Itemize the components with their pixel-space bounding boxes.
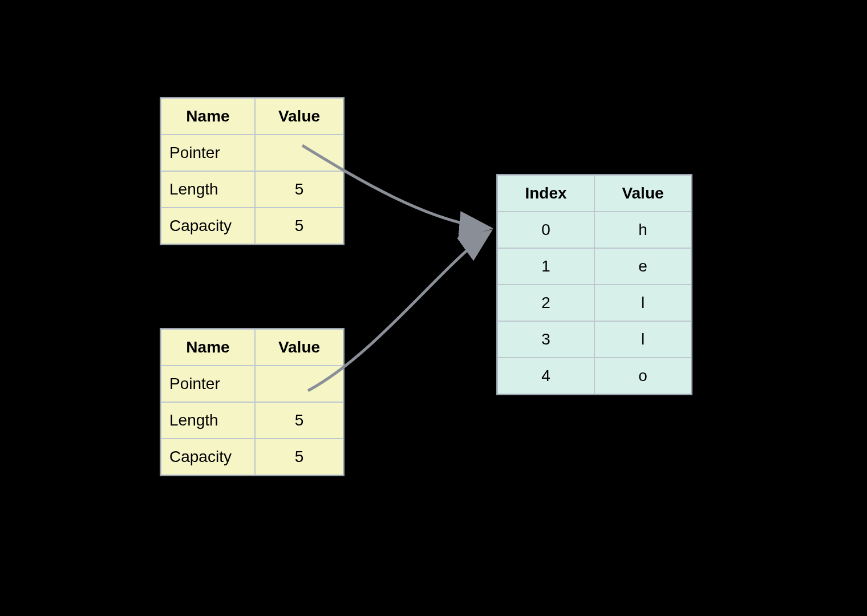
header-index: Index xyxy=(497,175,594,212)
row-index: 4 xyxy=(497,358,594,394)
row-value xyxy=(255,135,343,171)
table-row: 0 h xyxy=(497,212,691,248)
row-value: 5 xyxy=(255,439,343,475)
row-value xyxy=(255,366,343,402)
row-name: Capacity xyxy=(161,439,255,475)
row-value: e xyxy=(594,248,691,285)
header-name: Name xyxy=(161,329,255,366)
table-row: 2 l xyxy=(497,285,691,321)
header-value: Value xyxy=(594,175,691,212)
table-s1-header: Name Value xyxy=(161,98,343,135)
label-s2: s2 xyxy=(120,348,137,366)
table-heap-header: Index Value xyxy=(497,175,691,212)
row-name: Length xyxy=(161,402,255,439)
row-value: l xyxy=(594,285,691,321)
table-row: Length 5 xyxy=(161,402,343,439)
row-value: o xyxy=(594,358,691,394)
table-row: 3 l xyxy=(497,321,691,358)
row-value: h xyxy=(594,212,691,248)
pointer-arrows xyxy=(0,0,867,616)
table-row: Pointer xyxy=(161,135,343,171)
row-value: 5 xyxy=(255,208,343,244)
row-name: Pointer xyxy=(161,135,255,171)
table-s1: Name Value Pointer Length 5 Capacity 5 xyxy=(160,97,345,245)
row-index: 3 xyxy=(497,321,594,358)
row-value: 5 xyxy=(255,171,343,208)
label-s1: s1 xyxy=(120,117,137,135)
header-name: Name xyxy=(161,98,255,135)
table-s2: Name Value Pointer Length 5 Capacity 5 xyxy=(160,328,345,476)
header-value: Value xyxy=(255,98,343,135)
table-row: Capacity 5 xyxy=(161,439,343,475)
header-value: Value xyxy=(255,329,343,366)
row-name: Length xyxy=(161,171,255,208)
table-row: Capacity 5 xyxy=(161,208,343,244)
row-value: l xyxy=(594,321,691,358)
row-name: Pointer xyxy=(161,366,255,402)
table-row: 4 o xyxy=(497,358,691,394)
table-heap: Index Value 0 h 1 e 2 l 3 l 4 o xyxy=(496,174,692,395)
table-row: 1 e xyxy=(497,248,691,285)
row-index: 0 xyxy=(497,212,594,248)
table-s2-header: Name Value xyxy=(161,329,343,366)
table-row: Pointer xyxy=(161,366,343,402)
row-index: 2 xyxy=(497,285,594,321)
row-index: 1 xyxy=(497,248,594,285)
row-value: 5 xyxy=(255,402,343,439)
table-row: Length 5 xyxy=(161,171,343,208)
row-name: Capacity xyxy=(161,208,255,244)
